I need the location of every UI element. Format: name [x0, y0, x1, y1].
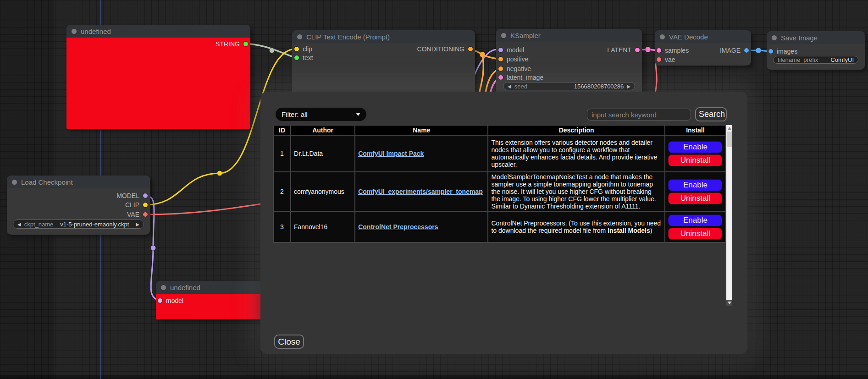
node-titlebar[interactable]: CLIP Text Encode (Prompt)	[292, 30, 475, 43]
description-bold: Install Models	[608, 227, 650, 234]
slot-dot-latent-icon[interactable]	[635, 48, 640, 52]
stepper-left-icon[interactable]: ◀	[17, 222, 21, 227]
reroute-dot-purple[interactable]	[151, 246, 156, 251]
cell-id: 2	[273, 172, 291, 211]
reroute-dot-pink[interactable]	[645, 47, 651, 52]
slot-label: samples	[665, 47, 689, 54]
extension-link[interactable]: ControlNet Preprocessors	[358, 223, 438, 231]
slot-label: CLIP	[125, 201, 139, 209]
input-slot-negative: negative	[498, 64, 531, 73]
node-clip-text-encode: CLIP Text Encode (Prompt) clip text COND…	[292, 30, 475, 99]
filename-prefix-widget[interactable]: filename_prefix ComfyUI	[773, 56, 858, 64]
output-slot-string: STRING	[216, 39, 248, 49]
slot-dot-clip-icon[interactable]	[143, 203, 148, 207]
node-title: undefined	[81, 27, 111, 35]
widget-value: ComfyUI	[830, 56, 854, 63]
slot-dot-images-icon[interactable]	[768, 49, 773, 54]
node-titlebar[interactable]: Save Image	[767, 31, 865, 44]
close-button[interactable]: Close	[274, 335, 304, 349]
slot-dot-positive-icon[interactable]	[498, 57, 503, 61]
slot-dot-image-icon[interactable]	[744, 48, 749, 53]
node-titlebar[interactable]: undefined	[66, 25, 250, 38]
scrollbar-thumb[interactable]	[727, 132, 732, 147]
output-slot-latent: LATENT	[607, 45, 640, 55]
node-collapse-dot-icon[interactable]	[12, 180, 17, 185]
slot-label: LATENT	[607, 46, 631, 54]
slot-dot-vae-icon[interactable]	[657, 57, 661, 62]
description-text: This extension offers various detector n…	[491, 139, 657, 168]
node-collapse-dot-icon[interactable]	[501, 33, 506, 38]
node-titlebar[interactable]: Load Checkpoint	[7, 176, 150, 188]
node-undefined-top: undefined STRING	[66, 25, 250, 129]
node-collapse-dot-icon[interactable]	[72, 29, 77, 34]
slot-label: clip	[303, 45, 312, 53]
slot-label: positive	[507, 55, 528, 63]
cell-install: Enable Uninstall	[665, 172, 726, 211]
slot-label: CONDITIONING	[417, 45, 464, 53]
extension-link[interactable]: ComfyUI_experiments/sampler_tonemap	[358, 188, 483, 195]
comfyui-canvas: undefined STRING CLIP Text Encode (Promp…	[0, 0, 868, 379]
output-slot-model: MODEL	[116, 191, 148, 200]
search-button[interactable]: Search	[695, 107, 727, 121]
slot-dot-text-icon[interactable]	[294, 55, 299, 60]
reroute-dot-sage[interactable]	[270, 48, 275, 53]
widget-label: filename_prefix	[778, 56, 818, 63]
enable-button[interactable]: Enable	[668, 141, 722, 153]
seed-widget[interactable]: ◀ seed 156680208700286 ▶	[503, 82, 635, 90]
filter-select[interactable]: Filter: all	[276, 108, 366, 121]
reroute-dot-yellow[interactable]	[217, 171, 222, 176]
slot-dot-conditioning-icon[interactable]	[468, 47, 473, 51]
input-slot-model: model	[498, 45, 524, 55]
node-collapse-dot-icon[interactable]	[660, 34, 665, 39]
node-titlebar[interactable]: VAE Decode	[655, 30, 751, 43]
uninstall-button[interactable]: Uninstall	[668, 192, 722, 204]
slot-dot-latent-image-icon[interactable]	[498, 75, 503, 80]
scroll-down-icon[interactable]	[726, 300, 732, 306]
slot-label: images	[777, 48, 797, 55]
output-slot-image: IMAGE	[720, 46, 749, 55]
enable-button[interactable]: Enable	[668, 179, 722, 191]
uninstall-button[interactable]: Uninstall	[668, 228, 722, 240]
ckpt-name-widget[interactable]: ◀ ckpt_name v1-5-pruned-emaonly.ckpt ▶	[13, 220, 144, 229]
search-input[interactable]	[587, 109, 691, 121]
uninstall-button[interactable]: Uninstall	[668, 154, 722, 166]
scroll-up-icon[interactable]	[726, 125, 732, 132]
slot-dot-vae-icon[interactable]	[143, 212, 148, 217]
slot-label: STRING	[216, 40, 240, 48]
node-title: CLIP Text Encode (Prompt)	[306, 33, 390, 41]
node-vae-decode: VAE Decode samples vae IMAGE	[655, 30, 751, 66]
slot-dot-clip-icon[interactable]	[294, 47, 299, 51]
reroute-dot-blue[interactable]	[756, 48, 761, 53]
widget-label: ckpt_name	[24, 221, 54, 228]
extension-table: ID Author Name Description Install 1 Dr.…	[273, 125, 726, 243]
filter-select-value: Filter: all	[282, 110, 308, 118]
table-header-row: ID Author Name Description Install	[273, 125, 726, 135]
slot-dot-samples-icon[interactable]	[657, 48, 661, 53]
node-collapse-dot-icon[interactable]	[297, 34, 302, 39]
header-id: ID	[273, 125, 291, 135]
output-slot-vae: VAE	[127, 210, 148, 219]
header-author: Author	[291, 125, 355, 135]
node-collapse-dot-icon[interactable]	[161, 285, 166, 290]
node-titlebar[interactable]: KSampler	[496, 29, 642, 42]
slot-dot-string-icon[interactable]	[243, 42, 248, 46]
node-title: VAE Decode	[669, 33, 708, 41]
slot-label: text	[303, 54, 313, 61]
node-title: undefined	[170, 284, 200, 291]
node-collapse-dot-icon[interactable]	[772, 35, 777, 40]
stepper-right-icon[interactable]: ▶	[627, 84, 630, 89]
widget-value: v1-5-pruned-emaonly.ckpt	[60, 221, 129, 228]
input-slot-clip: clip	[294, 44, 312, 54]
slot-dot-model-icon[interactable]	[498, 48, 503, 52]
table-scrollbar[interactable]	[726, 125, 732, 306]
slot-label: VAE	[127, 211, 139, 218]
stepper-left-icon[interactable]: ◀	[508, 84, 511, 89]
slot-dot-model-icon[interactable]	[158, 298, 162, 303]
slot-dot-model-icon[interactable]	[143, 193, 148, 198]
slot-dot-negative-icon[interactable]	[498, 66, 503, 71]
input-slot-vae: vae	[657, 55, 675, 64]
stepper-right-icon[interactable]: ▶	[136, 222, 139, 227]
enable-button[interactable]: Enable	[668, 214, 722, 226]
extension-link[interactable]: ComfyUI Impact Pack	[358, 150, 424, 157]
node-load-checkpoint: Load Checkpoint MODEL CLIP VAE ◀ ckpt_na…	[7, 176, 150, 235]
